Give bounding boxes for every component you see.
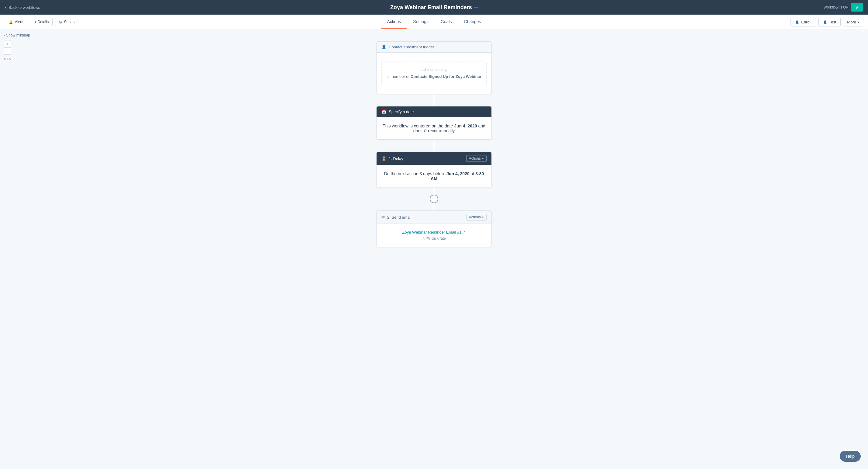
zoom-controls: + − bbox=[4, 40, 11, 55]
connector-3b bbox=[434, 204, 434, 210]
delay-card[interactable]: 1. Delay Actions Do the next action 3 da… bbox=[376, 152, 492, 187]
test-button[interactable]: Test bbox=[818, 18, 841, 26]
person-icon bbox=[381, 45, 386, 49]
minimap-label: Show minimap bbox=[6, 33, 30, 37]
alerts-button[interactable]: Alerts bbox=[5, 18, 28, 26]
workflow-toggle-button[interactable] bbox=[851, 3, 863, 11]
click-rate: 7.7% click rate bbox=[381, 236, 487, 241]
chevron-left-icon bbox=[5, 4, 7, 11]
zoom-out-button[interactable]: − bbox=[4, 48, 11, 55]
tab-changes[interactable]: Changes bbox=[458, 14, 487, 29]
details-button[interactable]: Details bbox=[31, 18, 53, 26]
enroll-label: Enroll bbox=[801, 20, 811, 24]
workflow-title-area: Zoya Webinar Email Reminders bbox=[390, 4, 478, 11]
delay-text-before: Do the next action 3 days before bbox=[384, 171, 445, 176]
add-step-button[interactable]: + bbox=[430, 195, 438, 203]
enrollment-trigger-body: List membership is member of Contacts Si… bbox=[377, 53, 491, 94]
email-actions-button[interactable]: Actions bbox=[466, 214, 487, 221]
connector-2 bbox=[434, 140, 434, 152]
email-link-text: Zoya Webinar Reminder Email #1 bbox=[402, 230, 462, 235]
zoom-level: 100% bbox=[4, 57, 12, 61]
delay-time-text: at bbox=[471, 171, 474, 176]
list-membership-bold: Contacts Signed Up for Zoya Webinar bbox=[411, 74, 482, 79]
send-email-header: 2. Send email Actions bbox=[377, 211, 491, 224]
tab-goals[interactable]: Goals bbox=[435, 14, 458, 29]
hourglass-icon bbox=[381, 156, 386, 161]
workflow-title: Zoya Webinar Email Reminders bbox=[390, 4, 472, 11]
email-actions-label: Actions bbox=[469, 215, 481, 219]
sub-nav-left: Alerts Details Set goal bbox=[5, 14, 81, 29]
chevron-down-icon bbox=[857, 20, 859, 24]
canvas-area[interactable]: Show minimap + − 100% Contact enrollment… bbox=[0, 29, 868, 469]
sub-nav-right: Enroll Test More bbox=[790, 14, 863, 29]
zoom-in-label: + bbox=[6, 42, 8, 47]
zoom-out-label: − bbox=[6, 49, 8, 54]
back-to-workflows-link[interactable]: Back to workflows bbox=[5, 4, 40, 11]
back-label: Back to workflows bbox=[8, 5, 40, 10]
calendar-icon bbox=[381, 110, 386, 114]
delay-body: Do the next action 3 days before Jun 4, … bbox=[377, 165, 491, 187]
delay-header: 1. Delay Actions bbox=[377, 152, 491, 165]
enroll-button[interactable]: Enroll bbox=[790, 18, 816, 26]
external-link-icon bbox=[463, 230, 466, 235]
person-test-icon bbox=[823, 20, 827, 24]
help-button[interactable]: Help bbox=[840, 451, 861, 462]
enrollment-trigger-label: Contact enrollment trigger bbox=[389, 45, 434, 49]
send-email-header-left: 2. Send email bbox=[381, 215, 411, 219]
check-icon bbox=[855, 5, 859, 10]
chevron-right-icon bbox=[4, 33, 5, 37]
top-right-controls: Workflow is ON bbox=[824, 3, 863, 11]
delay-actions-button[interactable]: Actions bbox=[466, 155, 487, 162]
delay-actions-label: Actions bbox=[469, 156, 481, 160]
enrollment-trigger-card[interactable]: Contact enrollment trigger List membersh… bbox=[376, 41, 492, 94]
info-icon bbox=[35, 20, 36, 24]
zoom-in-button[interactable]: + bbox=[4, 40, 11, 48]
more-label: More bbox=[847, 20, 856, 24]
tab-actions[interactable]: Actions bbox=[381, 14, 407, 29]
send-email-card[interactable]: 2. Send email Actions Zoya Webinar Remin… bbox=[376, 210, 492, 247]
set-goal-label: Set goal bbox=[64, 20, 77, 24]
delay-header-left: 1. Delay bbox=[381, 156, 403, 161]
tab-changes-label: Changes bbox=[464, 19, 481, 24]
list-membership-box: List membership is member of Contacts Si… bbox=[381, 61, 487, 85]
specify-date-bold: Jun 4, 2020 bbox=[454, 123, 477, 128]
tab-goals-label: Goals bbox=[441, 19, 452, 24]
tab-actions-label: Actions bbox=[387, 19, 401, 24]
target-icon bbox=[59, 20, 62, 24]
workflow-status-label: Workflow is ON bbox=[824, 5, 848, 9]
list-membership-text-before: is member of bbox=[386, 74, 409, 79]
person-enroll-icon bbox=[795, 20, 799, 24]
more-button[interactable]: More bbox=[843, 18, 863, 26]
specify-date-body: This workflow is centered on the date Ju… bbox=[377, 117, 491, 139]
envelope-icon bbox=[381, 215, 385, 219]
edit-title-icon[interactable] bbox=[474, 5, 478, 10]
connector-plus: + bbox=[430, 187, 438, 210]
specify-date-header: Specify a date bbox=[377, 107, 491, 117]
alerts-label: Alerts bbox=[15, 20, 24, 24]
minimap-toggle[interactable]: Show minimap bbox=[4, 33, 30, 37]
delay-label: 1. Delay bbox=[389, 156, 403, 161]
delay-date-bold: Jun 4, 2020 bbox=[446, 171, 470, 176]
workflow-canvas: Contact enrollment trigger List membersh… bbox=[0, 29, 868, 469]
send-email-body: Zoya Webinar Reminder Email #1 7.7% clic… bbox=[377, 224, 491, 247]
specify-date-label: Specify a date bbox=[389, 110, 414, 114]
sub-nav: Alerts Details Set goal Actions Settings… bbox=[0, 14, 868, 29]
list-membership-label: List membership bbox=[386, 67, 482, 72]
list-membership-text: is member of Contacts Signed Up for Zoya… bbox=[386, 74, 482, 79]
connector-1 bbox=[434, 94, 434, 106]
test-label: Test bbox=[829, 20, 836, 24]
send-email-label: 2. Send email bbox=[387, 215, 411, 219]
details-label: Details bbox=[38, 20, 49, 24]
bell-icon bbox=[9, 20, 13, 24]
specify-date-text-before: This workflow is centered on the date bbox=[383, 123, 453, 128]
email-link[interactable]: Zoya Webinar Reminder Email #1 bbox=[381, 230, 487, 235]
delay-chevron-icon bbox=[482, 156, 484, 160]
enrollment-trigger-header: Contact enrollment trigger bbox=[377, 42, 491, 53]
connector-3a bbox=[434, 187, 434, 194]
sub-nav-tabs: Actions Settings Goals Changes bbox=[381, 14, 487, 29]
email-chevron-icon bbox=[482, 215, 484, 219]
set-goal-button[interactable]: Set goal bbox=[55, 18, 81, 26]
top-nav-bar: Back to workflows Zoya Webinar Email Rem… bbox=[0, 0, 868, 14]
tab-settings[interactable]: Settings bbox=[407, 14, 435, 29]
specify-date-card[interactable]: Specify a date This workflow is centered… bbox=[376, 106, 492, 140]
